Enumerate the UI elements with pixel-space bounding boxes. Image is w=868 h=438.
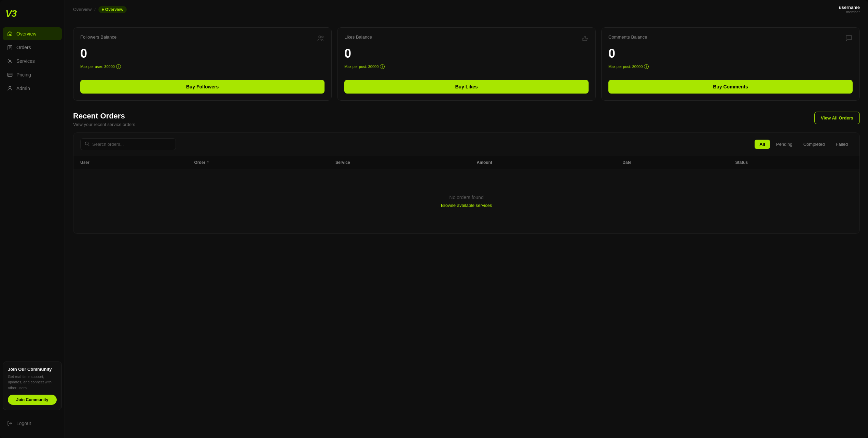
app-logo: V3 — [5, 8, 16, 19]
sidebar-item-overview-label: Overview — [16, 31, 36, 37]
filter-tab-completed[interactable]: Completed — [799, 140, 830, 149]
comments-limit: Max per post: 30000 i — [608, 64, 853, 69]
page-content: Followers Balance 0 Max per user: 30000 … — [65, 19, 868, 242]
sidebar-item-admin-label: Admin — [16, 86, 30, 91]
balance-cards-grid: Followers Balance 0 Max per user: 30000 … — [73, 27, 860, 101]
followers-card-title: Followers Balance — [80, 34, 116, 40]
sidebar-navigation: Overview Orders Services — [0, 27, 65, 357]
filter-tab-failed[interactable]: Failed — [831, 140, 853, 149]
comments-info-icon: i — [644, 64, 649, 69]
search-icon — [85, 141, 89, 147]
logout-label: Logout — [16, 421, 31, 426]
logo-area: V3 — [0, 5, 65, 27]
sidebar-item-pricing[interactable]: Pricing — [3, 68, 62, 81]
breadcrumb-current: Overview — [98, 6, 127, 13]
followers-card-icon — [317, 34, 325, 44]
page-header: Overview / Overview username member — [65, 0, 868, 19]
likes-card-title: Likes Balance — [344, 34, 372, 40]
community-description: Get real-time support, updates, and conn… — [8, 374, 57, 391]
orders-title: Recent Orders — [73, 112, 135, 121]
community-title: Join Our Community — [8, 367, 57, 372]
comments-balance-value: 0 — [608, 46, 853, 61]
filter-tab-pending[interactable]: Pending — [771, 140, 797, 149]
pricing-icon — [7, 72, 13, 78]
sidebar-item-admin[interactable]: Admin — [3, 82, 62, 95]
buy-comments-button[interactable]: Buy Comments — [608, 80, 853, 94]
orders-icon — [7, 44, 13, 51]
sidebar-item-orders-label: Orders — [16, 45, 31, 50]
orders-subtitle: View your recent service orders — [73, 122, 135, 127]
table-head: User Order # Service Amount Date Status — [73, 156, 859, 169]
breadcrumb: Overview / Overview — [73, 6, 127, 13]
col-header-amount: Amount — [470, 156, 616, 169]
svg-point-4 — [9, 60, 11, 62]
breadcrumb-separator: / — [94, 7, 96, 12]
sidebar-footer: Logout — [0, 414, 65, 433]
sidebar-item-services-label: Services — [16, 58, 35, 64]
followers-balance-card: Followers Balance 0 Max per user: 30000 … — [73, 27, 332, 101]
comments-card-header: Comments Balance — [608, 34, 853, 44]
col-header-status: Status — [728, 156, 859, 169]
main-content: Overview / Overview username member Foll… — [65, 0, 868, 438]
svg-point-7 — [9, 75, 9, 76]
sidebar-item-services[interactable]: Services — [3, 55, 62, 68]
followers-info-icon: i — [116, 64, 121, 69]
sidebar-item-orders[interactable]: Orders — [3, 41, 62, 54]
community-box: Join Our Community Get real-time support… — [3, 362, 62, 410]
likes-balance-value: 0 — [344, 46, 589, 61]
empty-state: No orders found Browse available service… — [80, 174, 853, 228]
sidebar-item-pricing-label: Pricing — [16, 72, 31, 77]
buy-followers-button[interactable]: Buy Followers — [80, 80, 325, 94]
likes-info-icon: i — [380, 64, 385, 69]
filter-tab-all[interactable]: All — [755, 140, 770, 149]
likes-card-icon — [581, 34, 589, 44]
admin-icon — [7, 85, 13, 91]
breadcrumb-dot — [102, 9, 104, 11]
col-header-user: User — [73, 156, 188, 169]
card-header: Followers Balance — [80, 34, 325, 44]
browse-services-link[interactable]: Browse available services — [441, 203, 492, 208]
join-community-button[interactable]: Join Community — [8, 395, 57, 405]
orders-title-block: Recent Orders View your recent service o… — [73, 112, 135, 127]
search-wrapper — [80, 138, 176, 150]
buy-likes-button[interactable]: Buy Likes — [344, 80, 589, 94]
followers-balance-value: 0 — [80, 46, 325, 61]
comments-card-title: Comments Balance — [608, 34, 647, 40]
col-header-order: Order # — [188, 156, 329, 169]
sidebar-item-overview[interactable]: Overview — [3, 27, 62, 40]
search-orders-input[interactable] — [92, 142, 171, 147]
svg-point-11 — [322, 36, 323, 38]
logout-item[interactable]: Logout — [3, 417, 62, 430]
orders-toolbar: All Pending Completed Failed — [73, 133, 859, 156]
likes-card-header: Likes Balance — [344, 34, 589, 44]
user-role: member — [839, 10, 860, 14]
user-info[interactable]: username member — [839, 5, 860, 14]
comments-card-icon — [845, 34, 853, 44]
user-name: username — [839, 5, 860, 10]
col-header-service: Service — [329, 156, 470, 169]
orders-header: Recent Orders View your recent service o… — [73, 112, 860, 127]
svg-point-10 — [319, 36, 321, 38]
filter-tabs: All Pending Completed Failed — [755, 140, 853, 149]
likes-limit: Max per post: 30000 i — [344, 64, 589, 69]
svg-rect-5 — [8, 73, 12, 76]
sidebar: V3 Overview Orders — [0, 0, 65, 438]
svg-line-13 — [88, 145, 89, 146]
services-icon — [7, 58, 13, 64]
svg-point-12 — [85, 142, 88, 145]
logout-icon — [7, 420, 13, 426]
col-header-date: Date — [616, 156, 728, 169]
empty-message: No orders found — [87, 195, 846, 200]
home-icon — [7, 31, 13, 37]
likes-balance-card: Likes Balance 0 Max per post: 30000 i Bu… — [337, 27, 596, 101]
orders-table-section: All Pending Completed Failed User Order … — [73, 132, 860, 234]
breadcrumb-parent: Overview — [73, 7, 92, 12]
comments-balance-card: Comments Balance 0 Max per post: 30000 i… — [601, 27, 860, 101]
view-all-orders-button[interactable]: View All Orders — [814, 112, 860, 124]
svg-point-8 — [9, 86, 11, 88]
table-body: No orders found Browse available service… — [73, 169, 859, 234]
followers-limit: Max per user: 30000 i — [80, 64, 325, 69]
orders-table: User Order # Service Amount Date Status … — [73, 156, 859, 234]
